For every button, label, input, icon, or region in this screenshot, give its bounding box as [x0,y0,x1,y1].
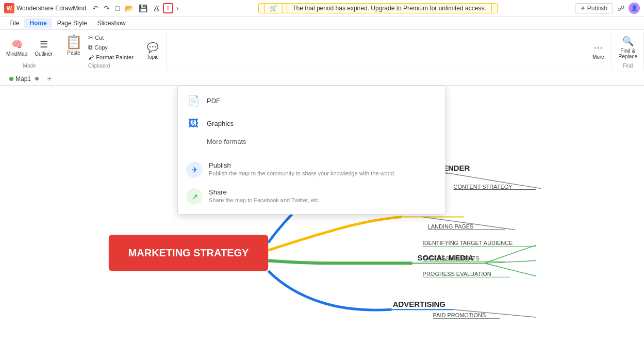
seo-curve [268,217,402,250]
export-section: 📄 PDF 🖼 Graphics More formats [178,86,445,152]
map1-tab-label: Map1 [15,75,31,83]
share-icon-button[interactable]: ☍ [617,4,624,12]
topic-button[interactable]: 💬 Topic [142,40,163,61]
ribbon-spacer [167,32,585,70]
undo-button[interactable]: ↶ [90,3,101,13]
publish-title: Publish [209,161,395,169]
share-desc: Share the map to Facebook and Twitter, e… [209,197,320,203]
landing-pages-label: LANDING PAGES [428,223,474,230]
pdf-icon: 📄 [186,93,201,108]
paste-icon: 📋 [65,34,82,50]
advertising-label: ADVERTISING [393,300,445,308]
more-button[interactable]: ⋯ More [588,40,608,61]
publish-desc: Publish the map to the community to shar… [209,170,395,176]
outliner-icon: ☰ [40,39,48,50]
paste-area[interactable]: 📋 Paste [62,33,85,57]
add-tab-button[interactable]: + [44,74,55,84]
format-painter-button[interactable]: 🖌 Format Painter [86,53,136,62]
title-bar-right: ✈ Publish ☍ 👤 [575,3,640,14]
social-media-curve [268,260,412,263]
print-button[interactable]: 🖨 [151,3,162,13]
content-strategy-label: CONTENT STRATEGY [453,184,513,190]
find-replace-group: 🔍 Find & Replace Find [612,32,644,70]
trial-text: The trial period has expired. Upgrade to… [287,3,492,13]
tab-dot-indicator [35,77,39,80]
app-logo: W Wondershare EdrawMind [4,3,86,13]
paid-promos-label: PAID PROMOTIONS [433,312,486,318]
clipboard-group: 📋 Paste ✂ Cut ⧉ Copy 🖌 Format Painter Cl… [59,32,139,70]
publish-item[interactable]: ✈ Publish Publish the map to the communi… [178,156,445,183]
mode-group: 🧠 MindMap ☰ Outliner Mode [0,32,59,70]
menu-bar: File Home Page Style Slideshow [0,17,644,30]
target-audience-label: IDENTIFYING TARGET AUDIENCE [423,240,513,246]
small-clipboard-buttons: ✂ Cut ⧉ Copy 🖌 Format Painter [86,33,136,62]
find-replace-button[interactable]: 🔍 Find & Replace [615,34,640,61]
topic-icon: 💬 [147,42,158,53]
paste-label: Paste [67,50,80,56]
graphics-label: Graphics [207,120,234,127]
undo-redo-group: ↶ ↷ □ 📂 💾 🖨 ⇧ › [90,3,180,13]
redo-button[interactable]: ↷ [102,3,112,13]
app-name: Wondershare EdrawMind [16,5,86,12]
more-actions-button[interactable]: › [174,3,181,13]
menu-item-home[interactable]: Home [24,18,52,28]
trial-banner: 🛒 The trial period has expired. Upgrade … [180,5,575,12]
copy-icon: ⧉ [88,44,93,51]
topic-group: 💬 Topic [139,32,167,70]
send-icon: ✈ [581,5,585,11]
center-label: MARKETING STRATEGY [128,247,249,258]
graphics-icon: 🖼 [186,116,201,130]
cart-icon: 🛒 [264,3,283,13]
cut-icon: ✂ [88,34,93,41]
more-icon: ⋯ [593,42,603,53]
new-button[interactable]: □ [113,3,121,13]
publish-share-section: ✈ Publish Publish the map to the communi… [178,152,445,214]
target-audience-line [484,245,536,263]
menu-item-slideshow[interactable]: Slideshow [92,18,131,28]
advertising-curve [268,271,392,310]
copy-button[interactable]: ⧉ Copy [86,43,136,52]
find-replace-icon: 🔍 [622,36,634,47]
share-item[interactable]: ↗ Share Share the map to Facebook and Tw… [178,183,445,210]
progress-line [484,263,536,276]
graphics-export-item[interactable]: 🖼 Graphics [178,112,445,135]
share-item-icon: ↗ [186,188,203,205]
cut-button[interactable]: ✂ Cut [86,33,136,42]
mindmap-button[interactable]: 🧠 MindMap [3,37,30,58]
tabs-bar: Map1 + [0,72,644,86]
mindmap-icon: 🧠 [11,39,23,50]
pdf-label: PDF [207,97,220,105]
open-button[interactable]: 📂 [123,3,136,13]
progress-label: PROGRESS EVALUATION [423,271,491,277]
task-label: TASK ASSIGNMENTS [423,255,480,262]
avatar[interactable]: 👤 [629,3,640,14]
pdf-export-item[interactable]: 📄 PDF [178,89,445,112]
share-text-area: Share Share the map to Facebook and Twit… [209,188,320,203]
menu-item-page-style[interactable]: Page Style [52,18,92,28]
tab-status-dot [9,77,13,81]
outliner-button[interactable]: ☰ Outliner [31,37,56,58]
menu-item-file[interactable]: File [4,18,24,28]
publish-item-icon: ✈ [186,161,203,178]
main-area: MARKETING STRATEGY CONTENT CALENDER CONT… [0,86,644,343]
publish-text-area: Publish Publish the map to the community… [209,161,395,176]
export-button[interactable]: ⇧ [163,3,173,13]
export-dropdown: 📄 PDF 🖼 Graphics More formats ✈ Publish … [177,86,445,215]
map1-tab[interactable]: Map1 [4,74,44,84]
title-bar: W Wondershare EdrawMind ↶ ↷ □ 📂 💾 🖨 ⇧ › … [0,0,644,17]
save-button[interactable]: 💾 [137,3,150,13]
more-formats-item[interactable]: More formats [178,135,445,149]
publish-title-button[interactable]: ✈ Publish [575,3,613,13]
more-group: ⋯ More [585,32,612,70]
format-painter-icon: 🖌 [88,54,94,61]
ribbon: 🧠 MindMap ☰ Outliner Mode 📋 Paste ✂ Cut [0,30,644,72]
share-title: Share [209,188,320,196]
